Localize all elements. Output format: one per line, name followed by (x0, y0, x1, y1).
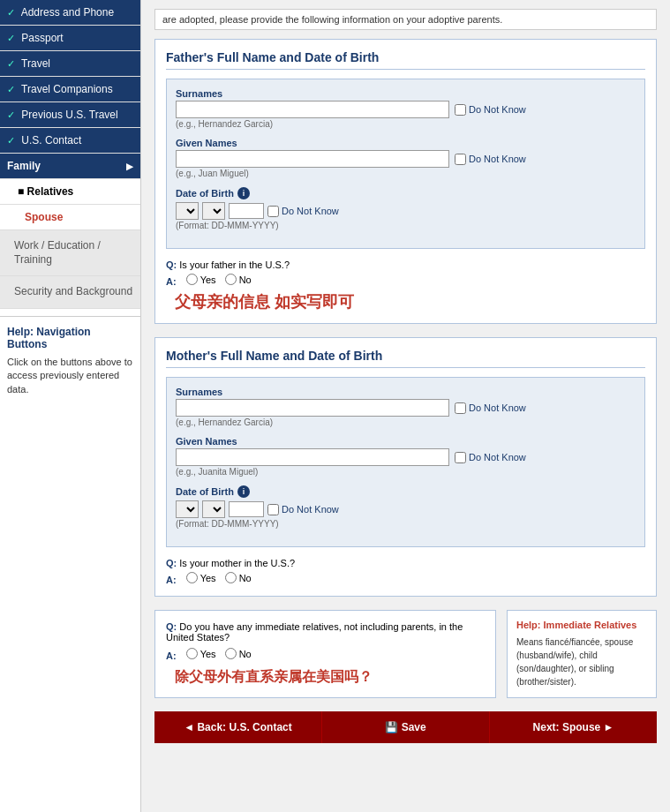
mother-dob-year[interactable] (229, 501, 264, 517)
mother-a-prefix: A: (166, 575, 177, 585)
father-q-prefix: Q: (166, 259, 177, 270)
sidebar-item-travel-companions[interactable]: ✓ Travel Companions (0, 77, 140, 102)
mother-dob-day[interactable] (176, 500, 199, 518)
father-dob-format: (Format: DD-MMM-YYYY) (176, 221, 636, 230)
sidebar-item-label: ✓ U.S. Contact (7, 134, 81, 147)
mother-surnames-label: Surnames (176, 387, 636, 397)
father-dob-year[interactable] (229, 203, 264, 219)
sidebar: ✓ Address and Phone ✓ Passport ✓ Travel … (0, 0, 141, 812)
father-a-prefix: A: (166, 276, 177, 287)
mother-answer-row: A: Yes No (166, 572, 645, 585)
father-question: Q: Is your father in the U.S.? (166, 259, 645, 270)
next-button[interactable]: Next: Spouse ► (490, 711, 657, 743)
mother-givennames-input[interactable] (176, 448, 449, 466)
relatives-yes-label[interactable]: Yes (186, 648, 216, 659)
mother-no-text: No (239, 573, 252, 583)
mother-surnames-donotknow-checkbox[interactable] (455, 402, 466, 414)
save-button[interactable]: 💾 Save (322, 711, 490, 743)
mother-yes-text: Yes (200, 573, 216, 583)
father-no-radio[interactable] (225, 274, 237, 285)
sidebar-item-label: ✓ Travel (7, 57, 50, 70)
mother-surnames-donotknow[interactable]: Do Not Know (455, 402, 526, 414)
sidebar-item-passport[interactable]: ✓ Passport (0, 26, 140, 51)
father-dob-month[interactable] (202, 202, 225, 220)
mother-givennames-donotknow-label: Do Not Know (469, 452, 526, 462)
father-surnames-input[interactable] (176, 101, 449, 118)
father-yes-label[interactable]: Yes (186, 274, 216, 285)
footer-nav: ◄ Back: U.S. Contact 💾 Save Next: Spouse… (154, 711, 657, 743)
help-text: Click on the buttons above to access pre… (7, 356, 133, 396)
mother-form-box: Surnames Do Not Know (e.g., Hernandez Ga… (166, 377, 645, 547)
father-dob-donotknow-checkbox[interactable] (267, 206, 279, 217)
mother-qa-section: Q: Is your mother in the U.S.? A: Yes No (166, 558, 645, 585)
sidebar-item-relatives[interactable]: ■ Relatives (0, 179, 140, 205)
father-surnames-donotknow[interactable]: Do Not Know (455, 104, 526, 116)
main-content: are adopted, please provide the followin… (141, 0, 670, 812)
father-chinese-note: 父母亲的信息 如实写即可 (175, 291, 645, 312)
mother-dob-donotknow[interactable]: Do Not Know (267, 504, 339, 515)
mother-dob-info-icon[interactable]: i (237, 485, 250, 498)
relatives-section: Q: Do you have any immediate relatives, … (154, 610, 657, 698)
father-surnames-hint: (e.g., Hernandez Garcia) (176, 119, 636, 129)
father-dob-donotknow[interactable]: Do Not Know (267, 206, 339, 217)
back-label: ◄ Back: U.S. Contact (184, 721, 292, 733)
mother-section-title: Mother's Full Name and Date of Birth (166, 349, 645, 368)
sidebar-item-work[interactable]: Work / Education / Training (0, 230, 140, 276)
mother-surnames-group: Surnames Do Not Know (e.g., Hernandez Ga… (176, 387, 636, 427)
relatives-question: Q: Do you have any immediate relatives, … (166, 621, 485, 643)
mother-yes-radio[interactable] (186, 572, 198, 583)
father-answer-row: A: Yes No (166, 274, 645, 287)
father-givennames-hint: (e.g., Juan Miguel) (176, 169, 636, 178)
father-yes-text: Yes (200, 274, 216, 285)
mother-question: Q: Is your mother in the U.S.? (166, 558, 645, 568)
relatives-no-radio[interactable] (225, 648, 237, 659)
sidebar-item-spouse[interactable]: Spouse (0, 205, 140, 230)
mother-givennames-hint: (e.g., Juanita Miguel) (176, 467, 636, 477)
relatives-yes-radio[interactable] (186, 648, 198, 659)
father-givennames-input[interactable] (176, 150, 449, 168)
relatives-no-label[interactable]: No (225, 648, 252, 659)
father-surnames-donotknow-checkbox[interactable] (455, 104, 466, 116)
father-no-text: No (239, 274, 252, 285)
father-givennames-donotknow-checkbox[interactable] (455, 154, 466, 165)
father-no-label[interactable]: No (225, 274, 252, 285)
mother-yes-label[interactable]: Yes (186, 572, 216, 583)
mother-no-radio[interactable] (225, 572, 237, 583)
mother-dob-donotknow-checkbox[interactable] (267, 504, 279, 515)
relatives-answer-row: A: Yes No (166, 648, 485, 661)
father-section-title: Father's Full Name and Date of Birth (166, 50, 645, 70)
father-dob-group: Date of Birth i Do Not Know (176, 187, 636, 230)
save-label: 💾 Save (385, 721, 425, 733)
sidebar-item-previous-us-travel[interactable]: ✓ Previous U.S. Travel (0, 102, 140, 128)
dob-info-icon[interactable]: i (237, 187, 250, 199)
back-button[interactable]: ◄ Back: U.S. Contact (154, 711, 322, 743)
father-givennames-group: Given Names Do Not Know (e.g., Juan Migu… (176, 138, 636, 178)
mother-dob-format: (Format: DD-MMM-YYYY) (176, 519, 636, 529)
sidebar-item-address[interactable]: ✓ Address and Phone (0, 0, 140, 26)
mother-no-label[interactable]: No (225, 572, 252, 583)
father-dob-label: Date of Birth (176, 188, 234, 199)
next-label: Next: Spouse ► (533, 721, 614, 733)
mother-givennames-label: Given Names (176, 436, 636, 447)
mother-givennames-donotknow-checkbox[interactable] (455, 452, 466, 463)
relatives-main: Q: Do you have any immediate relatives, … (154, 610, 496, 698)
sidebar-item-label: ✓ Previous U.S. Travel (7, 109, 118, 121)
sidebar-item-us-contact[interactable]: ✓ U.S. Contact (0, 128, 140, 154)
mother-question-text: Is your mother in the U.S.? (179, 558, 295, 568)
mother-radio-group: Yes No (186, 572, 252, 583)
sidebar-item-label: Spouse (25, 211, 63, 223)
father-yes-radio[interactable] (186, 274, 198, 285)
sidebar-item-travel[interactable]: ✓ Travel (0, 51, 140, 77)
mother-givennames-donotknow[interactable]: Do Not Know (455, 452, 526, 463)
father-givennames-donotknow[interactable]: Do Not Know (455, 154, 526, 165)
mother-givennames-group: Given Names Do Not Know (e.g., Juanita M… (176, 436, 636, 477)
sidebar-item-family[interactable]: Family ▶ (0, 154, 140, 179)
relatives-chinese-note: 除父母外有直系亲属在美国吗？ (175, 668, 485, 687)
father-dob-day[interactable] (176, 202, 199, 220)
sidebar-item-label: ✓ Passport (7, 32, 64, 44)
father-surnames-label: Surnames (176, 88, 636, 99)
mother-surnames-input[interactable] (176, 399, 449, 417)
sidebar-item-security[interactable]: Security and Background (0, 276, 140, 309)
relatives-no-text: No (239, 649, 252, 659)
mother-dob-month[interactable] (202, 500, 225, 518)
